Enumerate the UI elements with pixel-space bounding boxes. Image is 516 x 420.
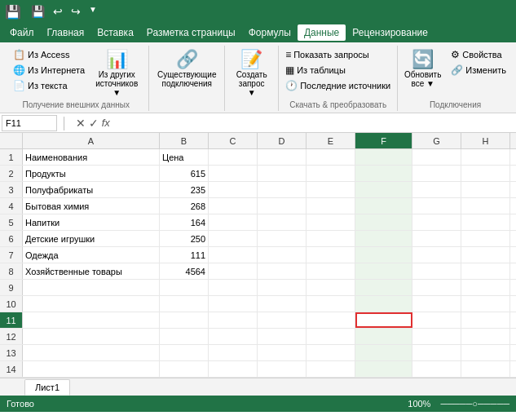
row-num-9[interactable]: 9 bbox=[0, 280, 23, 295]
cell-e14[interactable] bbox=[307, 361, 355, 377]
cell-e7[interactable] bbox=[307, 247, 355, 263]
cell-b7[interactable]: 111 bbox=[160, 247, 209, 263]
cell-d12[interactable] bbox=[258, 329, 307, 344]
undo-quick-btn[interactable]: ↩ bbox=[50, 3, 66, 20]
cell-h10[interactable] bbox=[461, 296, 510, 312]
close-button[interactable] bbox=[501, 10, 511, 13]
from-other-button[interactable]: 📊 Из другихисточников ▼ bbox=[91, 47, 142, 99]
cell-e2[interactable] bbox=[307, 166, 355, 181]
function-icon[interactable]: fx bbox=[102, 117, 110, 129]
customize-quick-btn[interactable]: ▼ bbox=[86, 3, 100, 20]
row-num-6[interactable]: 6 bbox=[0, 231, 23, 246]
cell-d7[interactable] bbox=[258, 247, 307, 263]
cell-b10[interactable] bbox=[160, 296, 209, 312]
menu-review[interactable]: Рецензирование bbox=[346, 24, 434, 41]
cell-f5[interactable] bbox=[355, 214, 412, 230]
cell-a14[interactable] bbox=[23, 361, 160, 377]
sheet-tab-1[interactable]: Лист1 bbox=[24, 379, 70, 396]
cell-c3[interactable] bbox=[209, 182, 258, 197]
cell-g3[interactable] bbox=[412, 182, 461, 197]
properties-button[interactable]: ⚙ Свойства bbox=[448, 47, 509, 62]
cell-a3[interactable]: Полуфабрикаты bbox=[23, 182, 160, 197]
cell-d10[interactable] bbox=[258, 296, 307, 312]
cell-e1[interactable] bbox=[307, 149, 355, 165]
cell-g9[interactable] bbox=[412, 280, 461, 295]
cell-e12[interactable] bbox=[307, 329, 355, 344]
quick-access-toolbar[interactable]: 💾 ↩ ↪ ▼ bbox=[28, 3, 100, 20]
cell-e5[interactable] bbox=[307, 214, 355, 230]
cell-a4[interactable]: Бытовая химия bbox=[23, 198, 160, 214]
cell-f13[interactable] bbox=[355, 345, 412, 360]
from-web-button[interactable]: 🌐 Из Интернета bbox=[10, 63, 88, 77]
edit-links-button[interactable]: 🔗 Изменить bbox=[448, 63, 509, 77]
cell-h4[interactable] bbox=[461, 198, 510, 214]
cell-f11[interactable] bbox=[355, 312, 412, 328]
row-num-5[interactable]: 5 bbox=[0, 214, 23, 230]
menu-page-layout[interactable]: Разметка страницы bbox=[140, 24, 242, 41]
cell-a10[interactable] bbox=[23, 296, 160, 312]
col-header-g[interactable]: G bbox=[412, 133, 461, 148]
cell-f9[interactable] bbox=[355, 280, 412, 295]
cell-f8[interactable] bbox=[355, 263, 412, 279]
cell-b8[interactable]: 4564 bbox=[160, 263, 209, 279]
cell-g12[interactable] bbox=[412, 329, 461, 344]
cell-e4[interactable] bbox=[307, 198, 355, 214]
cell-d3[interactable] bbox=[258, 182, 307, 197]
refresh-all-button[interactable]: 🔄 Обновитьвсе ▼ bbox=[401, 47, 444, 90]
menu-formulas[interactable]: Формулы bbox=[242, 24, 298, 41]
row-num-1[interactable]: 1 bbox=[0, 149, 23, 165]
row-num-8[interactable]: 8 bbox=[0, 263, 23, 279]
cell-c7[interactable] bbox=[209, 247, 258, 263]
cell-b9[interactable] bbox=[160, 280, 209, 295]
cell-c9[interactable] bbox=[209, 280, 258, 295]
cell-f2[interactable] bbox=[355, 166, 412, 181]
cell-b14[interactable] bbox=[160, 361, 209, 377]
cell-d14[interactable] bbox=[258, 361, 307, 377]
cell-c1[interactable] bbox=[209, 149, 258, 165]
cell-e6[interactable] bbox=[307, 231, 355, 246]
zoom-slider[interactable]: ─────○───── bbox=[440, 399, 509, 409]
cell-c12[interactable] bbox=[209, 329, 258, 344]
from-table-button[interactable]: ▦ Из таблицы bbox=[282, 63, 349, 77]
row-num-11[interactable]: 11 bbox=[0, 312, 23, 328]
cell-f3[interactable] bbox=[355, 182, 412, 197]
cell-d9[interactable] bbox=[258, 280, 307, 295]
cell-d11[interactable] bbox=[258, 312, 307, 328]
create-query-button[interactable]: 📝 Создатьзапрос ▼ bbox=[232, 47, 272, 99]
cell-b4[interactable]: 268 bbox=[160, 198, 209, 214]
show-queries-button[interactable]: ≡ Показать запросы bbox=[282, 47, 373, 62]
cell-e13[interactable] bbox=[307, 345, 355, 360]
cell-h7[interactable] bbox=[461, 247, 510, 263]
cell-h14[interactable] bbox=[461, 361, 510, 377]
cell-d2[interactable] bbox=[258, 166, 307, 181]
cell-h11[interactable] bbox=[461, 312, 510, 328]
row-num-12[interactable]: 12 bbox=[0, 329, 23, 344]
cell-h6[interactable] bbox=[461, 231, 510, 246]
cell-c10[interactable] bbox=[209, 296, 258, 312]
cell-f1[interactable] bbox=[355, 149, 412, 165]
cell-g11[interactable] bbox=[412, 312, 461, 328]
cell-a12[interactable] bbox=[23, 329, 160, 344]
cell-c13[interactable] bbox=[209, 345, 258, 360]
cell-d13[interactable] bbox=[258, 345, 307, 360]
from-access-button[interactable]: 📋 Из Access bbox=[10, 47, 88, 62]
cell-a7[interactable]: Одежда bbox=[23, 247, 160, 263]
cell-d8[interactable] bbox=[258, 263, 307, 279]
cell-b13[interactable] bbox=[160, 345, 209, 360]
cell-b3[interactable]: 235 bbox=[160, 182, 209, 197]
cell-c8[interactable] bbox=[209, 263, 258, 279]
col-header-d[interactable]: D bbox=[258, 133, 307, 148]
cell-g6[interactable] bbox=[412, 231, 461, 246]
window-controls[interactable] bbox=[479, 10, 511, 13]
cell-g13[interactable] bbox=[412, 345, 461, 360]
formula-input[interactable] bbox=[115, 117, 514, 129]
minimize-button[interactable] bbox=[479, 10, 488, 13]
cell-e11[interactable] bbox=[307, 312, 355, 328]
cell-h12[interactable] bbox=[461, 329, 510, 344]
cell-d4[interactable] bbox=[258, 198, 307, 214]
cell-a9[interactable] bbox=[23, 280, 160, 295]
cell-e8[interactable] bbox=[307, 263, 355, 279]
restore-button[interactable] bbox=[490, 10, 500, 13]
cell-f7[interactable] bbox=[355, 247, 412, 263]
cell-b11[interactable] bbox=[160, 312, 209, 328]
